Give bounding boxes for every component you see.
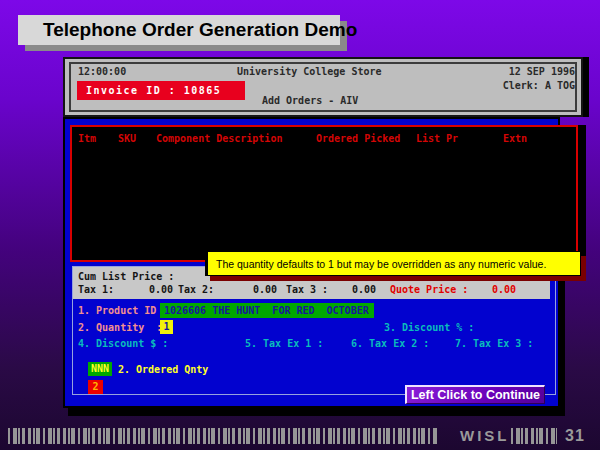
invoice-id-badge: Invoice ID : 10865	[77, 81, 245, 100]
tax1-value: 0.00	[149, 284, 173, 296]
mode-text: Add Orders - AIV	[262, 95, 358, 107]
tax-ex1-label: 5. Tax Ex 1 :	[245, 338, 323, 350]
page-number: 31	[565, 427, 585, 445]
continue-button[interactable]: Left Click to Continue	[405, 385, 545, 404]
slide: Telephone Order Generation Demo Cum List…	[0, 0, 600, 450]
field-type-indicator: NNN	[88, 362, 112, 376]
quote-price-label: Quote Price :	[390, 284, 468, 296]
discount-dollar-label: 4. Discount $ :	[78, 338, 168, 350]
tax1-label: Tax 1:	[78, 284, 114, 296]
tax-ex3-label: 7. Tax Ex 3 :	[455, 338, 533, 350]
col-itm: Itm	[78, 133, 96, 145]
barcode-pattern-left	[8, 428, 438, 444]
tax-ex2-label: 6. Tax Ex 2 :	[351, 338, 429, 350]
clock-time: 12:00:00	[78, 66, 126, 78]
tax3-value: 0.00	[352, 284, 376, 296]
product-id-label: 1. Product ID :	[78, 305, 168, 317]
date-text: 12 SEP 1996	[509, 66, 575, 78]
quantity-label: 2. Quantity :	[78, 322, 162, 334]
tax3-label: Tax 3 :	[286, 284, 328, 296]
slide-title: Telephone Order Generation Demo	[43, 19, 357, 41]
col-extn: Extn	[503, 133, 527, 145]
col-ordered-picked: Ordered Picked	[316, 133, 400, 145]
quantity-tooltip: The quantity defaults to 1 but may be ov…	[205, 251, 581, 276]
tooltip-text: The quantity defaults to 1 but may be ov…	[216, 258, 546, 270]
tax2-value: 0.00	[253, 284, 277, 296]
discount-pct-label: 3. Discount % :	[384, 322, 474, 334]
slide-title-bar: Telephone Order Generation Demo	[18, 15, 340, 45]
cum-list-price-label: Cum List Price :	[78, 271, 174, 283]
current-field-label: 2. Ordered Qnty	[118, 364, 208, 376]
quantity-field[interactable]: 1	[160, 320, 173, 334]
order-table: Itm SKU Component Description Ordered Pi…	[70, 125, 578, 262]
field-number-badge: 2	[88, 380, 103, 394]
store-name: University College Store	[237, 66, 382, 78]
col-component-description: Component Description	[156, 133, 282, 145]
barcode-pattern-right	[511, 428, 557, 444]
product-id-field[interactable]: 1026606 THE HUNT FOR RED OCTOBER	[160, 303, 374, 318]
col-sku: SKU	[118, 133, 136, 145]
col-list-pr: List Pr	[416, 133, 458, 145]
footer-logo: WISL	[460, 427, 510, 444]
tax2-label: Tax 2:	[178, 284, 214, 296]
quote-price-value: 0.00	[492, 284, 516, 296]
clerk-text: Clerk: A TOG	[503, 80, 575, 92]
screen-header-panel: 12:00:00 University College Store 12 SEP…	[63, 57, 583, 117]
